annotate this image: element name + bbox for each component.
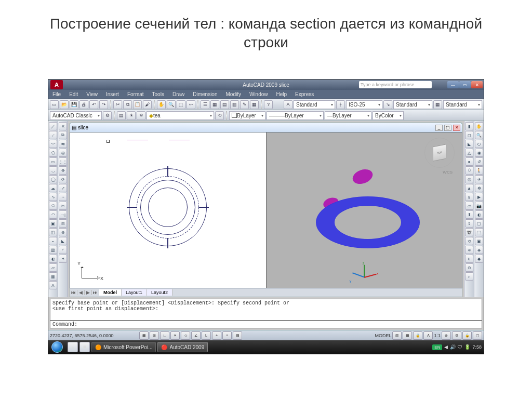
- color-select[interactable]: ByLayer: [229, 111, 265, 120]
- make-block-icon[interactable]: ◫: [49, 228, 57, 236]
- annovis-icon[interactable]: ⊕: [442, 331, 451, 340]
- wedge-icon[interactable]: ◣: [465, 140, 473, 148]
- 3d-pan-icon[interactable]: ✋: [475, 122, 483, 130]
- sweep-icon[interactable]: ➰: [465, 228, 473, 236]
- grid-toggle[interactable]: ⊞: [150, 331, 159, 340]
- join-icon[interactable]: ⊕: [59, 228, 67, 236]
- union-icon[interactable]: ∪: [465, 255, 473, 263]
- menu-dimension[interactable]: Dimension: [189, 91, 221, 97]
- cut-icon[interactable]: ✂: [113, 100, 122, 109]
- undo-icon[interactable]: ↶: [89, 100, 98, 109]
- arc-icon[interactable]: ◡: [49, 166, 57, 175]
- window-close-button[interactable]: ✕: [471, 81, 483, 88]
- clean-screen-icon[interactable]: ▢: [473, 331, 482, 340]
- revolve-icon[interactable]: ⟲: [465, 237, 473, 245]
- osnap-toggle[interactable]: ◇: [181, 331, 190, 340]
- app-menu-button[interactable]: A: [50, 80, 63, 89]
- torus-icon[interactable]: ◎: [465, 175, 473, 183]
- polygon-icon[interactable]: ⬠: [49, 149, 57, 157]
- annotation-scale-icon[interactable]: 🔒: [413, 331, 422, 340]
- tab-prev-icon[interactable]: ◀: [77, 290, 85, 295]
- view-cube-face[interactable]: TOP: [433, 144, 446, 161]
- ellipse-icon[interactable]: ⬭: [49, 202, 57, 210]
- intersect-icon[interactable]: ∩: [465, 272, 473, 281]
- redo-icon[interactable]: ↷: [99, 100, 108, 109]
- extend-icon[interactable]: →|: [59, 210, 67, 219]
- menu-draw[interactable]: Draw: [168, 91, 189, 97]
- pan-icon[interactable]: ✋: [157, 100, 166, 109]
- tab-layout1[interactable]: Layout1: [122, 289, 147, 296]
- insert-block-icon[interactable]: ▣: [49, 219, 57, 228]
- clock[interactable]: 7:58: [472, 344, 482, 350]
- text-style-select[interactable]: Standard: [294, 100, 335, 109]
- spline-icon[interactable]: ∿: [49, 193, 57, 201]
- move-icon[interactable]: ✥: [59, 166, 67, 175]
- command-line[interactable]: Command:: [50, 321, 482, 328]
- pyramid-icon[interactable]: ▲: [465, 184, 473, 192]
- tab-model[interactable]: Model: [99, 289, 122, 296]
- markup-icon[interactable]: ✎: [240, 100, 249, 109]
- realistic-icon[interactable]: ◈: [475, 246, 483, 254]
- menu-edit[interactable]: Edit: [65, 91, 82, 97]
- coordinates-readout[interactable]: 2720.4237, 6575.2546, 0.0000: [50, 333, 138, 338]
- new-icon[interactable]: ▭: [50, 100, 59, 109]
- mirror-icon[interactable]: ⇋: [59, 140, 67, 148]
- free-orbit-icon[interactable]: ◉: [475, 149, 483, 157]
- layer-states-icon[interactable]: ☀: [127, 111, 136, 120]
- menu-file[interactable]: File: [48, 91, 65, 97]
- sphere-icon[interactable]: ●: [465, 157, 473, 166]
- otrack-toggle[interactable]: ∠: [191, 331, 201, 340]
- open-icon[interactable]: 📂: [60, 100, 69, 109]
- quick-launch-explorer-icon[interactable]: ▣: [79, 342, 90, 352]
- doc-maximize-button[interactable]: ▢: [444, 125, 451, 131]
- table-icon[interactable]: ▦: [49, 272, 57, 281]
- ortho-toggle[interactable]: ∟: [160, 331, 169, 340]
- mtext-icon[interactable]: A: [49, 281, 57, 289]
- menu-format[interactable]: Format: [123, 91, 148, 97]
- linetype-select[interactable]: ——— ByLayer: [267, 111, 324, 120]
- extrude-icon[interactable]: ⬆: [465, 210, 473, 219]
- visual-style-icon[interactable]: ◐: [475, 210, 483, 219]
- xline-icon[interactable]: ⟋: [49, 131, 57, 139]
- language-indicator[interactable]: EN: [432, 344, 442, 350]
- cone-icon[interactable]: △: [465, 149, 473, 157]
- scale-icon[interactable]: ⤢: [59, 184, 67, 192]
- menu-modify[interactable]: Modify: [222, 91, 245, 97]
- copy-obj-icon[interactable]: ⧉: [59, 131, 67, 139]
- camera-icon[interactable]: 📷: [475, 202, 483, 210]
- 2d-wire-icon[interactable]: ▢: [475, 219, 483, 228]
- array-icon[interactable]: ⋮⋮: [59, 157, 67, 166]
- workspace-switch-icon[interactable]: ⚙: [452, 331, 461, 340]
- properties-icon[interactable]: ☰: [201, 100, 209, 109]
- tray-shield-icon[interactable]: 🛡: [458, 344, 462, 350]
- lineweight-select[interactable]: — ByLayer: [325, 111, 371, 120]
- orbit-icon[interactable]: ⭮: [475, 140, 483, 148]
- tab-first-icon[interactable]: ⏮: [70, 290, 77, 295]
- scale-readout[interactable]: 1:1: [434, 333, 441, 338]
- chamfer-icon[interactable]: ◣: [59, 237, 67, 245]
- fillet-icon[interactable]: ◜: [59, 246, 67, 254]
- quick-launch-ie-icon[interactable]: e: [68, 342, 78, 352]
- hatch-icon[interactable]: ▨: [49, 246, 57, 254]
- tool-palettes-icon[interactable]: ▤: [220, 100, 229, 109]
- line-icon[interactable]: ／: [49, 122, 57, 130]
- fly-icon[interactable]: ✈: [475, 175, 483, 183]
- tray-volume-icon[interactable]: 🔊: [450, 344, 456, 350]
- menu-express[interactable]: Express: [291, 91, 318, 97]
- offset-icon[interactable]: ◎: [59, 149, 67, 157]
- gradient-icon[interactable]: ◐: [49, 255, 57, 263]
- point-icon[interactable]: •: [49, 237, 57, 245]
- zoom-window-icon[interactable]: ⬚: [177, 100, 185, 109]
- quick-view-layouts-icon[interactable]: ▥: [392, 331, 402, 340]
- presspull-icon[interactable]: ⇕: [465, 219, 473, 228]
- viewport-3d[interactable]: TOP WCS z x y: [267, 132, 462, 288]
- trim-icon[interactable]: ✂: [59, 202, 67, 210]
- toolbar-lock-icon[interactable]: 🔒: [462, 331, 472, 340]
- 3d-zoom-icon[interactable]: 🔍: [475, 131, 483, 139]
- plotstyle-select[interactable]: ByColor: [373, 111, 404, 120]
- box-icon[interactable]: ◻: [465, 131, 473, 139]
- menu-tools[interactable]: Tools: [148, 91, 168, 97]
- walk-icon[interactable]: 🚶: [475, 166, 483, 175]
- annotation-icon[interactable]: A: [284, 100, 292, 109]
- table-style-select[interactable]: Standard: [443, 100, 482, 109]
